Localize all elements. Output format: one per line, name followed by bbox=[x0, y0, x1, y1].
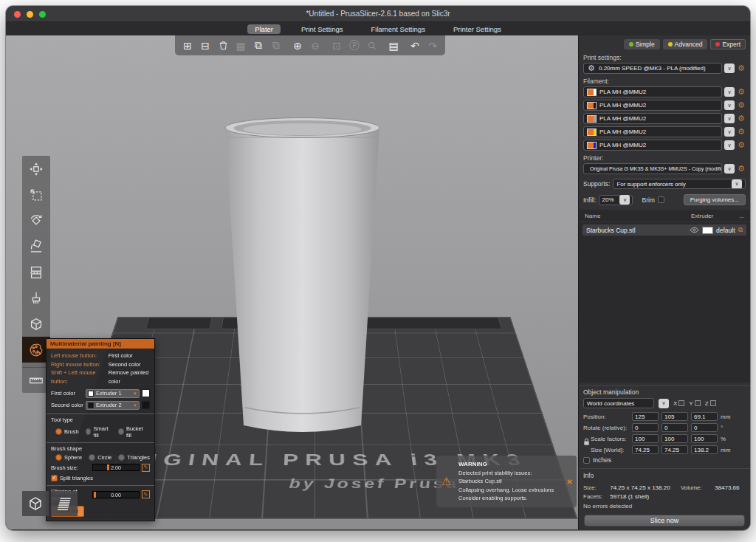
settings-gear-icon[interactable]: ⚙ bbox=[737, 100, 746, 110]
scale-icon[interactable] bbox=[22, 182, 50, 207]
shape-triangles-radio[interactable]: Triangles bbox=[118, 454, 150, 461]
first-color-swatch bbox=[142, 389, 150, 397]
settings-gear-icon[interactable]: ⚙ bbox=[737, 140, 746, 150]
axis-x-box[interactable] bbox=[678, 400, 684, 406]
redo-icon[interactable]: ↷ bbox=[424, 35, 441, 55]
mode-advanced-button[interactable]: Advanced bbox=[663, 39, 708, 49]
tab-filament-settings[interactable]: Filament Settings bbox=[363, 24, 432, 34]
filament-4-select[interactable]: PLA MH @MMU2 bbox=[583, 126, 722, 137]
cut-icon[interactable] bbox=[22, 259, 50, 285]
edit-object-icon[interactable]: ⧉ bbox=[738, 226, 743, 234]
rotate-icon[interactable] bbox=[22, 207, 50, 233]
split-to-parts-icon[interactable]: Ⓟ bbox=[346, 35, 363, 55]
position-y-input[interactable]: 105 bbox=[662, 412, 688, 421]
chevron-down-icon[interactable]: ∨ bbox=[724, 64, 735, 73]
size-z-input[interactable]: 138.2 bbox=[691, 445, 718, 454]
clipping-slider[interactable]: 0.00 bbox=[92, 491, 140, 498]
filament-2-select[interactable]: PLA MH @MMU2 bbox=[583, 100, 722, 111]
edit-icon[interactable]: ✎ bbox=[142, 490, 150, 498]
axis-y-box[interactable] bbox=[695, 400, 701, 406]
tab-plater[interactable]: Plater bbox=[247, 24, 281, 34]
settings-gear-icon[interactable]: ⚙ bbox=[737, 87, 746, 97]
3d-viewport[interactable]: ORIGINAL PRUSA i3 MK3 by Josef Prusa bbox=[6, 35, 578, 529]
eye-icon[interactable] bbox=[690, 227, 699, 233]
paint-on-supports-icon[interactable] bbox=[22, 285, 50, 311]
close-window-button[interactable] bbox=[14, 11, 21, 18]
variable-layer-height-icon[interactable]: ▤ bbox=[385, 35, 402, 55]
position-x-input[interactable]: 125 bbox=[632, 412, 659, 421]
3d-editor-view-button[interactable] bbox=[22, 491, 49, 516]
rotate-y-input[interactable]: 0 bbox=[662, 423, 688, 432]
mode-simple-button[interactable]: Simple bbox=[624, 39, 660, 49]
lock-icon[interactable] bbox=[583, 438, 590, 447]
mode-expert-button[interactable]: Expert bbox=[710, 39, 746, 49]
printer-select[interactable]: Original Prusa i3 MK3S & MK3S+ MMU2S - C… bbox=[583, 163, 722, 174]
add-icon[interactable]: ⊞ bbox=[179, 35, 196, 55]
inches-checkbox[interactable] bbox=[583, 457, 590, 464]
shape-circle-radio[interactable]: Circle bbox=[89, 454, 111, 461]
tab-print-settings[interactable]: Print Settings bbox=[294, 24, 351, 34]
undo-icon[interactable]: ↶ bbox=[406, 35, 424, 55]
brim-checkbox[interactable] bbox=[658, 196, 664, 203]
infill-select[interactable]: 20% ∨ bbox=[599, 195, 633, 205]
chevron-down-icon[interactable]: ∨ bbox=[724, 114, 735, 123]
preview-view-button[interactable] bbox=[51, 491, 78, 516]
seam-painting-icon[interactable] bbox=[22, 311, 50, 337]
first-color-select[interactable]: Extruder 1 ▼ bbox=[86, 389, 140, 398]
tool-smart-fill-radio[interactable]: Smart fill bbox=[86, 425, 111, 439]
scale-x-input[interactable]: 100 bbox=[632, 434, 659, 443]
rotate-x-input[interactable]: 0 bbox=[632, 423, 659, 432]
remove-instance-icon[interactable]: ⊖ bbox=[306, 35, 324, 55]
filament-5-select[interactable]: PLA MH @MMU2 bbox=[583, 140, 722, 151]
axis-z-box[interactable] bbox=[710, 400, 716, 406]
extruder-color-swatch[interactable] bbox=[702, 227, 713, 234]
chevron-down-icon[interactable]: ∨ bbox=[659, 399, 669, 408]
purging-volumes-button[interactable]: Purging volumes... bbox=[684, 194, 746, 205]
split-to-objects-icon[interactable]: ⊡ bbox=[328, 35, 346, 55]
delete-all-icon[interactable] bbox=[214, 35, 232, 55]
chevron-down-icon[interactable]: ∨ bbox=[724, 87, 735, 97]
coordinates-select[interactable]: World coordinates bbox=[583, 398, 654, 408]
tool-brush-radio[interactable]: Brush bbox=[55, 428, 79, 435]
arrange-icon[interactable]: ▦ bbox=[232, 35, 250, 55]
tab-printer-settings[interactable]: Printer Settings bbox=[446, 24, 509, 34]
settings-gear-icon[interactable]: ⚙ bbox=[737, 64, 746, 73]
model-starbucks-cup[interactable] bbox=[216, 109, 389, 442]
minimize-window-button[interactable] bbox=[27, 11, 33, 18]
scale-y-input[interactable]: 100 bbox=[662, 434, 688, 443]
delete-icon[interactable]: ⊟ bbox=[196, 35, 214, 55]
tool-bucket-fill-radio[interactable]: Bucket fill bbox=[118, 425, 146, 439]
rotate-z-input[interactable]: 0 bbox=[691, 423, 718, 432]
close-icon[interactable]: ✕ bbox=[567, 476, 573, 487]
print-settings-select[interactable]: ⚙ 0.20mm SPEED @MK3 - PLA (modified) bbox=[583, 63, 722, 74]
chevron-down-icon[interactable]: ∨ bbox=[724, 164, 735, 174]
add-instance-icon[interactable]: ⊕ bbox=[289, 35, 306, 55]
zoom-window-button[interactable] bbox=[39, 11, 46, 18]
filament-3-select[interactable]: PLA MH @MMU2 bbox=[583, 113, 722, 124]
size-x-input[interactable]: 74.25 bbox=[632, 445, 659, 454]
second-color-select[interactable]: Extruder 2 ▼ bbox=[86, 401, 140, 410]
chevron-down-icon[interactable]: ∨ bbox=[724, 140, 735, 150]
size-y-input[interactable]: 74.25 bbox=[662, 445, 688, 454]
copy-icon[interactable]: ⧉ bbox=[250, 35, 267, 55]
split-triangles-checkbox[interactable]: ✓ bbox=[51, 475, 58, 481]
slice-now-button[interactable]: Slice now bbox=[584, 515, 745, 526]
chevron-down-icon[interactable]: ∨ bbox=[724, 100, 735, 110]
search-icon[interactable] bbox=[363, 35, 381, 55]
brush-size-slider[interactable]: 2.00 bbox=[92, 464, 140, 471]
settings-gear-icon[interactable]: ⚙ bbox=[737, 127, 746, 137]
titlebar: *Untitled - PrusaSlicer-2.6.1 based on S… bbox=[6, 6, 750, 22]
supports-select[interactable]: For support enforcers only ∨ bbox=[613, 179, 746, 189]
object-row-starbucks-cup[interactable]: Starbucks Cup.stl default ⧉ bbox=[583, 224, 746, 236]
filament-1-select[interactable]: PLA MH @MMU2 bbox=[583, 86, 722, 97]
position-z-input[interactable]: 69.1 bbox=[691, 412, 718, 421]
chevron-down-icon[interactable]: ∨ bbox=[724, 127, 735, 137]
place-on-face-icon[interactable] bbox=[22, 233, 50, 259]
move-icon[interactable] bbox=[22, 156, 50, 182]
shape-sphere-radio[interactable]: Sphere bbox=[55, 454, 82, 461]
paste-icon[interactable]: ⧉ bbox=[267, 35, 285, 55]
edit-icon[interactable]: ✎ bbox=[142, 464, 150, 472]
settings-gear-icon[interactable]: ⚙ bbox=[737, 114, 746, 123]
scale-z-input[interactable]: 100 bbox=[691, 434, 718, 443]
settings-gear-icon[interactable]: ⚙ bbox=[737, 164, 746, 174]
